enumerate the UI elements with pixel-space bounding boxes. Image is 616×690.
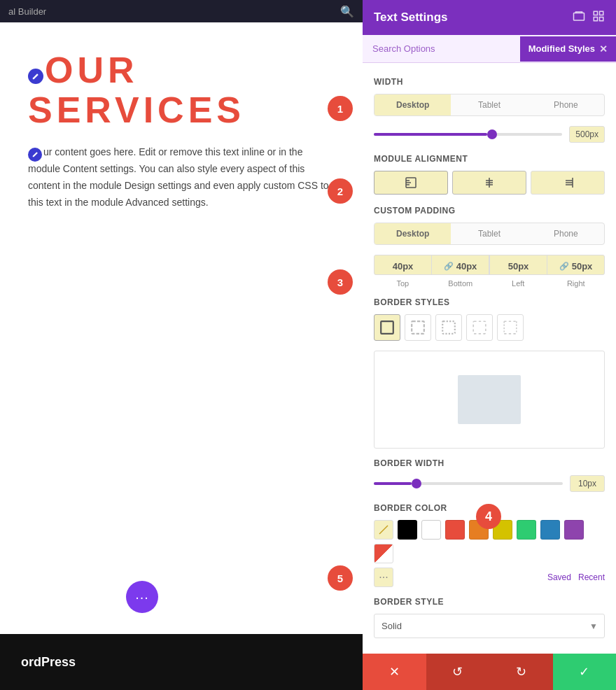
padding-bottom-cell: 🔗 40px bbox=[432, 255, 489, 274]
width-tab-tablet[interactable]: Tablet bbox=[451, 94, 527, 115]
width-slider-thumb[interactable] bbox=[487, 129, 497, 139]
width-slider-row: 500px bbox=[374, 126, 605, 143]
grid-icon[interactable] bbox=[592, 10, 605, 25]
edit-icon-body[interactable] bbox=[28, 148, 42, 162]
step-5-badge: 5 bbox=[328, 565, 353, 591]
border-dashed-btn[interactable] bbox=[405, 314, 431, 341]
preview-body-text: ur content goes here. Edit or remove thi… bbox=[28, 144, 335, 211]
border-style-select[interactable]: Solid Dashed Dotted Double None bbox=[374, 614, 605, 638]
align-right-btn[interactable] bbox=[531, 171, 605, 195]
border-width-thumb[interactable] bbox=[412, 479, 421, 488]
border-width-value[interactable]: 10px bbox=[570, 475, 605, 492]
padding-tab-phone[interactable]: Phone bbox=[528, 223, 604, 244]
color-swatch-green[interactable] bbox=[517, 520, 536, 540]
border-width-slider-row: 10px bbox=[374, 475, 605, 492]
svg-line-25 bbox=[379, 526, 388, 534]
width-slider-track[interactable] bbox=[374, 133, 562, 136]
border-width-fill bbox=[374, 482, 412, 485]
align-center-btn[interactable] bbox=[452, 171, 526, 195]
svg-rect-0 bbox=[574, 13, 584, 21]
step-3-badge: 3 bbox=[328, 269, 353, 295]
reset-btn[interactable]: ↺ bbox=[426, 654, 490, 690]
svg-rect-4 bbox=[600, 17, 603, 21]
refresh-btn[interactable]: ↻ bbox=[489, 654, 553, 690]
link-icon-2: 🔗 bbox=[559, 262, 569, 271]
width-label: Width bbox=[374, 77, 605, 87]
border-dotted-btn[interactable] bbox=[435, 314, 462, 341]
color-swatch-red[interactable] bbox=[445, 520, 465, 540]
settings-title: Text Settings bbox=[374, 10, 447, 24]
color-swatch-black[interactable] bbox=[398, 520, 417, 540]
padding-right-cell: 🔗 50px bbox=[547, 255, 604, 274]
search-bar: Search Options Modified Styles ✕ bbox=[363, 35, 616, 63]
preview-content: OUR SERVICES ur content goes here. Edit … bbox=[0, 22, 363, 225]
border-style-label: Border Style bbox=[374, 597, 605, 607]
padding-inputs: 40px 🔗 40px 50px 🔗 50px bbox=[374, 255, 605, 275]
color-swatch-blue[interactable] bbox=[540, 520, 560, 540]
svg-rect-1 bbox=[594, 11, 597, 15]
svg-rect-18 bbox=[412, 321, 424, 334]
width-tab-phone[interactable]: Phone bbox=[528, 94, 604, 115]
left-label: Left bbox=[489, 279, 547, 288]
settings-footer: ✕ ↺ ↻ ✓ bbox=[363, 654, 616, 690]
align-left-btn[interactable] bbox=[374, 171, 448, 195]
padding-top-cell: 40px bbox=[374, 255, 432, 274]
color-swatch-pinkred[interactable] bbox=[374, 544, 393, 563]
modified-styles-close[interactable]: ✕ bbox=[599, 43, 608, 55]
settings-header: Text Settings bbox=[363, 0, 616, 35]
padding-top-val[interactable]: 40px bbox=[393, 261, 414, 272]
preview-area: al Builder 🔍 OUR SERVICES ur content goe… bbox=[0, 0, 363, 690]
padding-right-val[interactable]: 50px bbox=[572, 261, 593, 272]
width-slider-fill bbox=[374, 133, 487, 136]
color-swatch-white[interactable] bbox=[421, 520, 441, 540]
alignment-label: Module Alignment bbox=[374, 154, 605, 164]
border-preview-box bbox=[374, 351, 605, 449]
border-width-section: Border Width 10px bbox=[374, 458, 605, 492]
padding-tab-tablet[interactable]: Tablet bbox=[451, 223, 527, 244]
cancel-btn[interactable]: ✕ bbox=[363, 654, 426, 690]
width-device-tabs: Desktop Tablet Phone bbox=[374, 94, 605, 116]
color-swatch-transparent[interactable] bbox=[374, 520, 393, 540]
padding-left-cell: 50px bbox=[489, 255, 547, 274]
padding-device-tabs: Desktop Tablet Phone bbox=[374, 223, 605, 245]
responsive-icon[interactable] bbox=[573, 10, 585, 25]
width-value[interactable]: 500px bbox=[569, 126, 605, 143]
settings-panel: Text Settings Search Options Modified St… bbox=[363, 0, 616, 690]
color-swatch-purple[interactable] bbox=[564, 520, 584, 540]
width-tab-desktop[interactable]: Desktop bbox=[374, 94, 451, 115]
floating-dots-button[interactable]: ··· bbox=[126, 581, 158, 613]
topbar: al Builder 🔍 bbox=[0, 0, 363, 22]
saved-label[interactable]: Saved bbox=[547, 572, 571, 582]
color-more-btn[interactable]: ··· bbox=[374, 568, 393, 587]
svg-rect-2 bbox=[600, 11, 603, 15]
border-style-section: Border Style Solid Dashed Dotted Double … bbox=[374, 597, 605, 638]
svg-rect-3 bbox=[594, 17, 597, 21]
link-icon-1: 🔗 bbox=[444, 262, 454, 271]
color-saved-recent-row: ··· Saved Recent bbox=[374, 568, 605, 587]
save-btn[interactable]: ✓ bbox=[553, 654, 617, 690]
border-preview-inner bbox=[458, 375, 521, 424]
edit-icon-heading[interactable] bbox=[28, 69, 43, 84]
border-styles-label: Border Styles bbox=[374, 297, 605, 307]
right-label: Right bbox=[547, 279, 606, 288]
padding-left-val[interactable]: 50px bbox=[508, 261, 529, 272]
border-width-track[interactable] bbox=[374, 482, 563, 485]
border-none-btn[interactable] bbox=[466, 314, 493, 341]
border-styles-row bbox=[374, 314, 605, 341]
recent-label[interactable]: Recent bbox=[578, 572, 605, 582]
border-sides-btn[interactable] bbox=[497, 314, 524, 341]
app-title: al Builder bbox=[8, 6, 46, 17]
padding-tab-desktop[interactable]: Desktop bbox=[374, 223, 451, 244]
padding-labels-row: Top Bottom Left Right bbox=[374, 279, 605, 288]
padding-bottom-val[interactable]: 40px bbox=[456, 261, 477, 272]
bottom-label: Bottom bbox=[432, 279, 490, 288]
border-solid-btn[interactable] bbox=[374, 314, 400, 341]
svg-rect-20 bbox=[473, 321, 486, 334]
search-icon[interactable]: 🔍 bbox=[340, 5, 354, 18]
search-options-btn[interactable]: Search Options bbox=[363, 35, 520, 62]
modified-styles-btn[interactable]: Modified Styles ✕ bbox=[520, 36, 616, 62]
top-label: Top bbox=[374, 279, 432, 288]
svg-rect-17 bbox=[381, 321, 393, 334]
header-icons bbox=[573, 10, 605, 25]
preview-heading: OUR SERVICES bbox=[28, 50, 335, 130]
